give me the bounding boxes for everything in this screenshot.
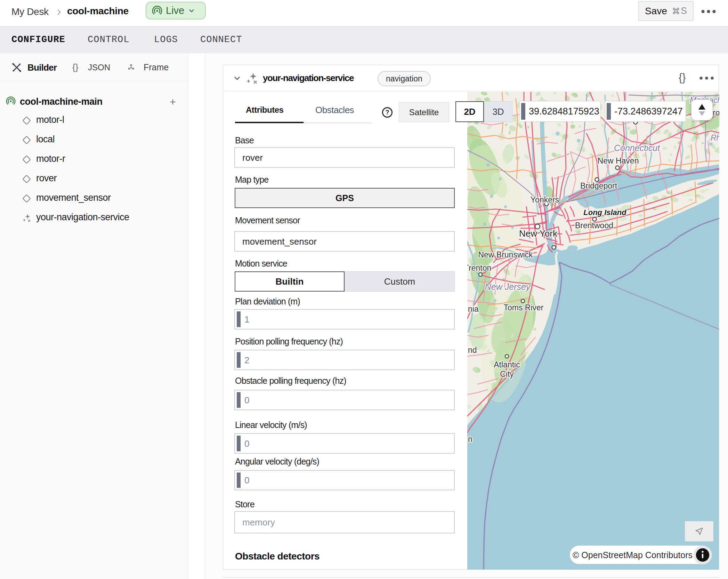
svg-text:New Haven: New Haven: [598, 156, 639, 165]
svg-text:Connecticut: Connecticut: [614, 143, 660, 153]
svg-text:New Brunswick: New Brunswick: [478, 250, 533, 259]
svg-text:rov: rov: [713, 108, 719, 117]
svg-text:Trenton: Trenton: [467, 263, 491, 272]
svg-text:?: ?: [385, 109, 389, 116]
svg-text:Toms River: Toms River: [503, 303, 543, 312]
svg-text:City: City: [500, 370, 514, 379]
svg-text:Long Island: Long Island: [583, 208, 626, 217]
svg-text:n: n: [468, 435, 472, 444]
svg-text:nd: nd: [468, 346, 477, 355]
svg-text:New Jersey: New Jersey: [485, 282, 531, 292]
svg-text:Yonkers: Yonkers: [531, 195, 559, 204]
svg-text:Atlantic: Atlantic: [494, 360, 520, 369]
svg-text:Rhod: Rhod: [711, 133, 719, 142]
svg-text:nia: nia: [468, 304, 479, 314]
svg-text:Brentwood: Brentwood: [575, 221, 613, 230]
svg-text:Bridgeport: Bridgeport: [580, 181, 617, 190]
svg-text:New York: New York: [519, 228, 558, 239]
